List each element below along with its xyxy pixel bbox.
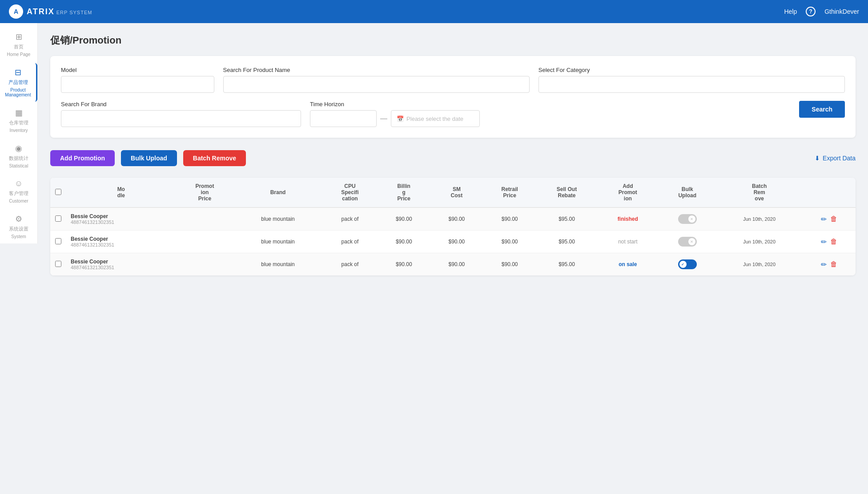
system-icon: ⚙ <box>15 214 22 224</box>
sidebar-label-cn-customer: 客户管理 <box>9 190 28 197</box>
product-name-field: Search For Product Name <box>223 67 530 93</box>
statistics-icon: ◉ <box>15 143 22 153</box>
sidebar-label-en-inventory: Inventory <box>9 128 28 133</box>
row-cpu-spec: pack of <box>322 207 378 231</box>
row-retail-price: $90.00 <box>483 207 536 231</box>
header-checkbox-col <box>50 178 66 207</box>
time-start-input[interactable] <box>310 110 377 127</box>
row-promotion-price <box>176 231 234 253</box>
row-billing-price: $90.00 <box>378 253 430 276</box>
toggle-slider <box>678 259 697 269</box>
status-badge: finished <box>618 216 638 222</box>
date-picker-button[interactable]: 📅 Please select the date <box>391 110 480 127</box>
header-billing-price: BillingPrice <box>378 178 430 207</box>
sidebar-label-cn-inventory: 仓库管理 <box>9 120 28 126</box>
toggle-switch[interactable] <box>678 214 697 224</box>
table-header: Modle PromotionPrice Brand CPUSpecificat… <box>50 178 856 207</box>
row-sm-cost: $90.00 <box>430 207 483 231</box>
row-checkbox[interactable] <box>55 238 61 244</box>
category-input[interactable] <box>538 76 845 93</box>
help-icon[interactable]: ? <box>806 7 816 16</box>
row-sell-out-rebate: $95.00 <box>536 231 597 253</box>
header-add-promotion: AddPromotion <box>597 178 659 207</box>
row-billing-price: $90.00 <box>378 231 430 253</box>
row-promotion-price <box>176 253 234 276</box>
logo-icon: A <box>9 4 23 19</box>
row-retail-price: $90.00 <box>483 231 536 253</box>
sidebar-label-en-home: Home Page <box>7 52 31 57</box>
sidebar-item-statistics[interactable]: ◉ 数据统计 Statistical <box>0 139 37 173</box>
category-field: Select For Category <box>538 67 845 93</box>
product-name-input[interactable] <box>223 76 530 93</box>
brand-label: Search For Brand <box>61 101 301 108</box>
edit-icon[interactable]: ✏ <box>821 215 827 223</box>
header-bulk-upload: BulkUpload <box>659 178 716 207</box>
inventory-icon: ▦ <box>15 108 23 118</box>
row-actions: ✏ 🗑 <box>803 231 856 253</box>
toggle-switch[interactable] <box>678 259 697 269</box>
sidebar-item-inventory[interactable]: ▦ 仓库管理 Inventory <box>0 104 37 137</box>
row-model: Bessie Cooper 4887461321302351 <box>66 231 176 253</box>
actions-row: Add Promotion Bulk Upload Batch Remove ⬇… <box>50 147 856 170</box>
row-actions: ✏ 🗑 <box>803 207 856 231</box>
delete-icon[interactable]: 🗑 <box>830 215 837 223</box>
row-toggle <box>659 207 716 231</box>
brand-input[interactable] <box>61 110 301 127</box>
logo-subtitle: ERP SYSTEM <box>56 10 92 15</box>
row-billing-price: $90.00 <box>378 207 430 231</box>
sidebar-item-customer[interactable]: ☺ 客户管理 Customer <box>0 175 37 208</box>
delete-icon[interactable]: 🗑 <box>830 260 837 268</box>
sidebar-label-cn-system: 系统设置 <box>9 226 28 232</box>
select-all-checkbox[interactable] <box>55 189 61 195</box>
edit-icon[interactable]: ✏ <box>821 238 827 246</box>
date-picker-label: Please select the date <box>406 116 463 122</box>
row-checkbox[interactable] <box>55 215 61 222</box>
bulk-upload-button[interactable]: Bulk Upload <box>121 150 177 166</box>
edit-icon[interactable]: ✏ <box>821 260 827 269</box>
table-header-row: Modle PromotionPrice Brand CPUSpecificat… <box>50 178 856 207</box>
top-nav: A ATRIX ERP SYSTEM Help ? GthinkDever <box>0 0 868 23</box>
row-sell-out-rebate: $95.00 <box>536 207 597 231</box>
toggle-slider <box>678 237 697 247</box>
row-sell-out-rebate: $95.00 <box>536 253 597 276</box>
row-toggle <box>659 253 716 276</box>
sidebar-item-product[interactable]: ⊟ 产品管理 Product Management <box>0 63 37 102</box>
row-checkbox[interactable] <box>55 261 61 267</box>
sidebar-item-system[interactable]: ⚙ 系统设置 System <box>0 210 37 243</box>
time-horizon-field: Time Horizon — 📅 Please select the date <box>310 101 790 127</box>
time-horizon-wrapper: — 📅 Please select the date <box>310 110 790 127</box>
customer-icon: ☺ <box>15 179 23 188</box>
row-checkbox-cell <box>50 253 66 276</box>
row-checkbox-cell <box>50 207 66 231</box>
row-date-add: Jun 10th, 2020 <box>716 207 803 231</box>
row-model: Bessie Cooper 4887461321302351 <box>66 253 176 276</box>
model-input[interactable] <box>61 76 214 93</box>
table-row: Bessie Cooper 4887461321302351 blue moun… <box>50 207 856 231</box>
help-link[interactable]: Help <box>784 8 797 15</box>
toggle-slider <box>678 214 697 224</box>
header-promotion-price: PromotionPrice <box>176 178 234 207</box>
sidebar: ⊞ 首页 Home Page ⊟ 产品管理 Product Management… <box>0 23 38 243</box>
export-icon: ⬇ <box>815 155 820 162</box>
main-content: 促销/Promotion Model Search For Product Na… <box>38 23 868 494</box>
row-toggle <box>659 231 716 253</box>
search-row-1: Model Search For Product Name Select For… <box>61 67 845 93</box>
batch-remove-button[interactable]: Batch Remove <box>183 150 246 166</box>
toggle-switch[interactable] <box>678 237 697 247</box>
sidebar-label-en-stats: Statistical <box>9 163 28 168</box>
row-checkbox-cell <box>50 231 66 253</box>
row-brand: blue mountain <box>233 231 322 253</box>
product-name-label: Search For Product Name <box>223 67 530 73</box>
export-data-button[interactable]: ⬇ Export Data <box>815 155 856 162</box>
home-icon: ⊞ <box>16 32 22 42</box>
row-status: on sale <box>597 253 659 276</box>
product-icon: ⊟ <box>15 68 21 77</box>
delete-icon[interactable]: 🗑 <box>830 238 837 246</box>
sidebar-item-home[interactable]: ⊞ 首页 Home Page <box>0 28 37 61</box>
category-label: Select For Category <box>538 67 845 73</box>
table-body: Bessie Cooper 4887461321302351 blue moun… <box>50 207 856 275</box>
row-status: not start <box>597 231 659 253</box>
search-button[interactable]: Search <box>799 101 845 118</box>
add-promotion-button[interactable]: Add Promotion <box>50 150 115 166</box>
row-retail-price: $90.00 <box>483 253 536 276</box>
